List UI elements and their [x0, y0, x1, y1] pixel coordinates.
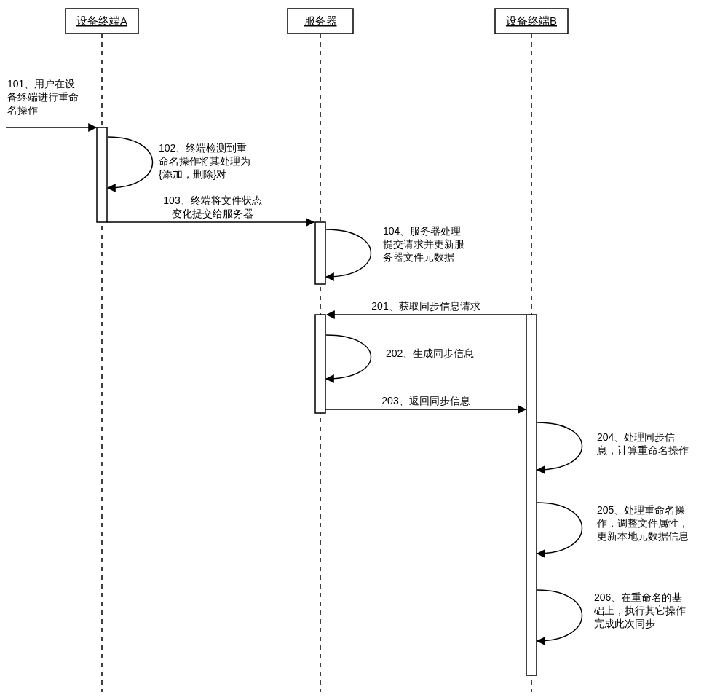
svg-text:作，调整文件属性，: 作，调整文件属性，: [596, 517, 689, 529]
activation-server-1: [315, 222, 325, 284]
activation-a: [97, 127, 107, 222]
svg-text:变化提交给服务器: 变化提交给服务器: [172, 208, 253, 219]
msg-202: 202、生成同步信息: [326, 335, 474, 379]
activation-b: [526, 315, 537, 675]
svg-text:202、生成同步信息: 202、生成同步信息: [386, 347, 474, 359]
msg-205: 205、处理重命名操 作，调整文件属性， 更新本地元数据信息: [537, 503, 689, 554]
msg-103: 103、终端将文件状态 变化提交给服务器: [107, 194, 314, 222]
svg-text:提交请求并更新服: 提交请求并更新服: [383, 238, 464, 250]
msg-102: 102、终端检测到重 命名操作将其处理为 {添加，删除}对: [108, 137, 250, 188]
svg-text:205、处理重命名操: 205、处理重命名操: [597, 504, 685, 516]
svg-text:104、服务器处理: 104、服务器处理: [383, 225, 461, 237]
msg-101: 101、用户在设 备终端进行重命 名操作: [6, 78, 96, 127]
msg-204: 204、处理同步信 息，计算重命名操作: [537, 422, 689, 470]
actor-a-label: 设备终端A: [76, 15, 127, 27]
svg-text:础上，执行其它操作: 础上，执行其它操作: [593, 605, 686, 616]
msg-206: 206、在重命名的基 础上，执行其它操作 完成此次同步: [537, 590, 686, 641]
sequence-diagram: 设备终端A 服务器 设备终端B 101、用户在设 备终端进行重命 名操作 102…: [0, 0, 728, 700]
svg-text:102、终端检测到重: 102、终端检测到重: [159, 142, 247, 154]
svg-text:更新本地元数据信息: 更新本地元数据信息: [597, 530, 689, 542]
actor-server-label: 服务器: [304, 15, 337, 27]
actor-b: 设备终端B: [495, 9, 568, 34]
svg-text:息，计算重命名操作: 息，计算重命名操作: [596, 444, 689, 456]
svg-text:103、终端将文件状态: 103、终端将文件状态: [163, 194, 261, 206]
svg-text:203、返回同步信息: 203、返回同步信息: [381, 395, 470, 406]
actor-a: 设备终端A: [66, 9, 138, 34]
msg-203: 203、返回同步信息: [325, 395, 526, 409]
svg-text:204、处理同步信: 204、处理同步信: [597, 431, 675, 443]
svg-text:命名操作将其处理为: 命名操作将其处理为: [159, 155, 250, 167]
svg-text:备终端进行重命: 备终端进行重命: [7, 91, 79, 103]
svg-text:101、用户在设: 101、用户在设: [7, 78, 75, 90]
svg-text:{添加，删除}对: {添加，删除}对: [159, 168, 226, 180]
msg-201: 201、获取同步信息请求: [327, 300, 526, 315]
msg-104: 104、服务器处理 提交请求并更新服 务器文件元数据: [326, 225, 464, 277]
svg-text:完成此次同步: 完成此次同步: [594, 618, 655, 629]
svg-text:201、获取同步信息请求: 201、获取同步信息请求: [371, 300, 480, 312]
svg-text:206、在重命名的基: 206、在重命名的基: [594, 591, 682, 603]
actor-b-label: 设备终端B: [506, 15, 557, 27]
actor-server: 服务器: [288, 9, 353, 34]
svg-text:名操作: 名操作: [7, 104, 38, 116]
activation-server-2: [315, 315, 325, 413]
svg-text:务器文件元数据: 务器文件元数据: [383, 251, 454, 263]
